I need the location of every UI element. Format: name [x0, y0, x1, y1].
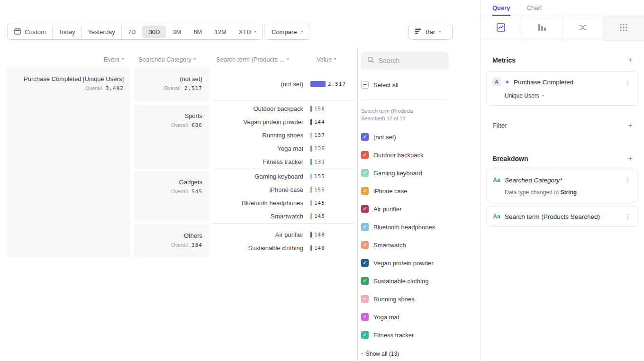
add-breakdown-button[interactable]: +: [628, 154, 633, 162]
date-12m-button[interactable]: 12M: [208, 24, 232, 39]
legend-item[interactable]: ✓ (not set): [361, 128, 449, 146]
overall-value: 636: [191, 122, 202, 128]
legend-checkbox[interactable]: ✓: [361, 295, 369, 303]
check-icon: ✓: [363, 153, 367, 157]
column-header-value[interactable]: Value ▾: [317, 55, 336, 63]
term-row[interactable]: Sustainable clothing 140: [213, 241, 354, 254]
legend-item[interactable]: ✓ Sustainable clothing: [361, 272, 449, 290]
chart-type-button[interactable]: Bar ▾: [408, 24, 453, 40]
legend-checkbox[interactable]: ✓: [361, 169, 369, 177]
term-row[interactable]: Running shoes 137: [213, 128, 354, 142]
date-6m-button[interactable]: 6M: [187, 24, 208, 39]
legend-item-label: Vegan protein powder: [373, 260, 433, 267]
term-label: Bluetooth headphones: [213, 199, 303, 207]
check-icon: ✓: [363, 225, 367, 229]
legend-item-label: Running shoes: [373, 296, 415, 303]
term-row[interactable]: Fitness tracker 131: [213, 155, 354, 168]
legend-item[interactable]: ✓ Yoga mat: [361, 308, 449, 326]
term-label: Running shoes: [213, 132, 303, 139]
add-filter-button[interactable]: +: [628, 121, 633, 129]
filter-header: Filter +: [481, 121, 644, 129]
breakdown-card-1[interactable]: Aa Searched Category* ⋮ Data type change…: [486, 170, 638, 202]
legend-search[interactable]: [361, 52, 449, 70]
metric-menu-button[interactable]: ⋮: [624, 78, 632, 86]
column-header-event[interactable]: Event ▾: [7, 55, 124, 63]
category-name: Others: [134, 232, 202, 239]
term-row[interactable]: Bluetooth headphones 145: [213, 196, 354, 209]
legend-item[interactable]: ✓ Air purifier: [361, 200, 449, 218]
category-cell[interactable]: Sports Overall 636: [134, 105, 209, 169]
legend-item[interactable]: ✓ Gaming keyboard: [361, 164, 449, 182]
select-all[interactable]: Select all: [361, 81, 449, 89]
legend-checkbox[interactable]: ✓: [361, 241, 369, 249]
metric-card[interactable]: A ✦ Purchase Completed ⋮ Unique Users ▾: [486, 71, 638, 106]
term-row[interactable]: (not set) 2,517: [213, 81, 354, 88]
viz-tab-grid[interactable]: [604, 16, 644, 41]
tab-query[interactable]: Query: [492, 0, 510, 16]
legend-checkbox[interactable]: ✓: [361, 187, 369, 195]
compare-button[interactable]: Compare ▾: [264, 24, 310, 40]
category-cell[interactable]: Others Overall 384: [134, 225, 209, 257]
term-row[interactable]: Outdoor backpack 158: [213, 102, 354, 115]
term-group: Air purifier 148 Sustainable clothing 14…: [213, 224, 354, 254]
metric-event-name[interactable]: Purchase Completed: [514, 79, 620, 86]
breakdown-card-2[interactable]: Aa Search term (Products Searched) ⋮: [486, 206, 638, 227]
legend-item[interactable]: ✓ Fitness tracker: [361, 326, 449, 344]
legend-item[interactable]: ✓ Vegan protein powder: [361, 254, 449, 272]
chevron-down-icon: ▾: [301, 30, 303, 34]
add-metric-button[interactable]: +: [628, 56, 633, 64]
term-row[interactable]: iPhone case 155: [213, 183, 354, 196]
term-label: Fitness tracker: [213, 158, 303, 165]
legend-item[interactable]: ✓ Smartwatch: [361, 236, 449, 254]
legend-item[interactable]: ✓ Running shoes: [361, 290, 449, 308]
search-input[interactable]: [379, 57, 443, 64]
date-30d-button[interactable]: 30D: [142, 26, 166, 38]
legend-item[interactable]: ✓ Outdoor backpack: [361, 146, 449, 164]
legend-checkbox[interactable]: ✓: [361, 313, 369, 321]
event-cell[interactable]: Purchase Completed [Unique Users] Overal…: [7, 68, 130, 257]
breakdown-menu-button[interactable]: ⋮: [624, 176, 632, 184]
term-row[interactable]: Gaming keyboard 155: [213, 170, 354, 183]
select-all-checkbox[interactable]: [361, 81, 369, 89]
legend-item[interactable]: ✓ Bluetooth headphones: [361, 218, 449, 236]
viz-tab-insights[interactable]: [481, 16, 522, 41]
column-header-event-label: Event: [104, 56, 119, 63]
date-custom-button[interactable]: Custom: [8, 24, 53, 39]
term-row[interactable]: Yoga mat 136: [213, 142, 354, 155]
date-today-button[interactable]: Today: [53, 24, 82, 39]
column-header-category[interactable]: Searched Category ▾: [138, 55, 196, 63]
show-all-link[interactable]: ▾ Show all (13): [361, 351, 449, 357]
legend-checkbox[interactable]: ✓: [361, 151, 369, 159]
breakdown-header: Breakdown +: [481, 154, 644, 162]
legend-checkbox[interactable]: ✓: [361, 133, 369, 141]
legend-checkbox[interactable]: ✓: [361, 331, 369, 339]
breakdown-property-name[interactable]: Search term (Products Searched): [505, 213, 620, 220]
breakdown-menu-button[interactable]: ⋮: [624, 213, 632, 220]
legend-checkbox[interactable]: ✓: [361, 205, 369, 213]
term-row[interactable]: Air purifier 148: [213, 228, 354, 241]
legend-checkbox[interactable]: ✓: [361, 259, 369, 267]
term-row[interactable]: Smartwatch 145: [213, 209, 354, 223]
term-row[interactable]: Vegan protein powder 144: [213, 115, 354, 128]
date-3m-button[interactable]: 3M: [166, 24, 187, 39]
date-yesterday-button[interactable]: Yesterday: [82, 24, 122, 39]
legend-checkbox[interactable]: ✓: [361, 223, 369, 231]
category-cell[interactable]: (not set) Overall 2,517: [134, 68, 209, 101]
breakdown-property-name[interactable]: Searched Category*: [505, 177, 620, 184]
date-xtd-button[interactable]: XTD ▾: [233, 24, 263, 39]
viz-tab-funnels[interactable]: [522, 16, 563, 41]
date-7d-button[interactable]: 7D: [122, 24, 142, 39]
category-cell[interactable]: Gadgets Overall 545: [134, 171, 209, 221]
compare-label: Compare: [272, 28, 297, 36]
select-all-label: Select all: [373, 81, 399, 89]
legend-item-label: Fitness tracker: [373, 332, 414, 339]
viz-tab-flows[interactable]: [562, 16, 604, 41]
legend-checkbox[interactable]: ✓: [361, 277, 369, 285]
metric-measurement[interactable]: Unique Users ▾: [505, 92, 632, 99]
overall-value: 384: [191, 242, 202, 248]
bar-columns-icon: [536, 22, 547, 35]
tab-chart[interactable]: Chart: [527, 0, 542, 16]
column-header-term[interactable]: Search term (Products ... ▾: [216, 55, 289, 63]
chevron-down-icon: ▾: [334, 57, 336, 61]
legend-item[interactable]: ✓ iPhone case: [361, 182, 449, 200]
